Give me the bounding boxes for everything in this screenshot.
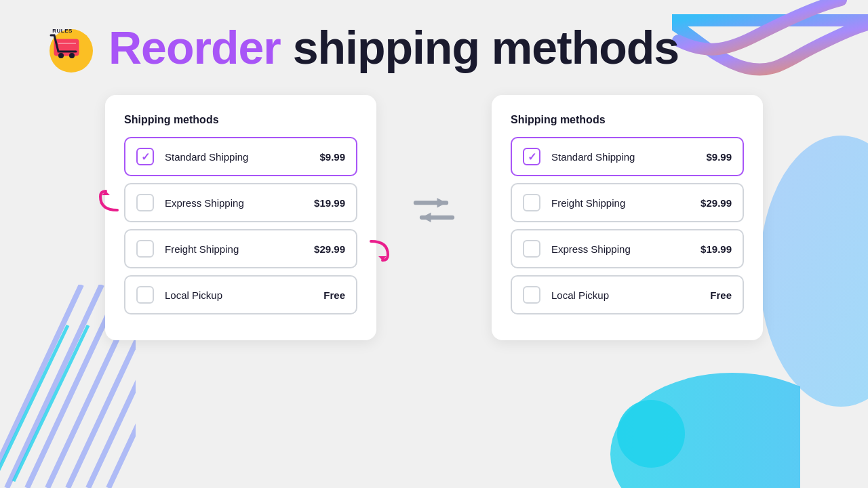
item-price-express-right: $19.99 bbox=[701, 243, 732, 255]
reorder-group-left: Express Shipping $19.99 Freight Shipping… bbox=[124, 183, 357, 268]
logo: RULES bbox=[41, 20, 95, 75]
checkbox-freight-left[interactable] bbox=[136, 240, 154, 258]
item-price-local-left: Free bbox=[323, 289, 345, 301]
checkbox-local-left[interactable] bbox=[136, 286, 154, 304]
item-name-local-left: Local Pickup bbox=[165, 289, 323, 301]
item-price-local-right: Free bbox=[710, 289, 732, 301]
item-name-express-left: Express Shipping bbox=[165, 197, 314, 209]
main-content: Shipping methods Standard Shipping $9.99… bbox=[0, 95, 868, 340]
swap-arrows-icon bbox=[403, 190, 465, 230]
item-price-standard-left: $9.99 bbox=[319, 151, 345, 163]
svg-point-10 bbox=[610, 373, 800, 488]
left-card-title: Shipping methods bbox=[124, 114, 357, 126]
svg-point-16 bbox=[69, 53, 75, 58]
svg-point-15 bbox=[58, 53, 64, 58]
list-item[interactable]: Freight Shipping $29.99 bbox=[124, 229, 357, 268]
item-name-express-right: Express Shipping bbox=[551, 243, 701, 255]
svg-text:RULES: RULES bbox=[52, 28, 73, 34]
item-price-freight-left: $29.99 bbox=[314, 243, 345, 255]
checkbox-express-right[interactable] bbox=[523, 240, 540, 258]
svg-line-9 bbox=[14, 325, 88, 481]
item-name-standard-right: Standard Shipping bbox=[551, 151, 706, 163]
header: RULES Reorder shipping methods bbox=[0, 0, 868, 88]
svg-marker-21 bbox=[422, 213, 431, 222]
item-name-local-right: Local Pickup bbox=[551, 289, 710, 301]
item-name-standard-left: Standard Shipping bbox=[165, 151, 319, 163]
svg-point-11 bbox=[617, 400, 685, 468]
list-item[interactable]: Local Pickup Free bbox=[511, 275, 744, 314]
left-shipping-card: Shipping methods Standard Shipping $9.99… bbox=[105, 95, 376, 340]
item-price-standard-right: $9.99 bbox=[706, 151, 732, 163]
list-item[interactable]: Local Pickup Free bbox=[124, 275, 357, 314]
right-card-title: Shipping methods bbox=[511, 114, 744, 126]
pink-arrow-down bbox=[368, 238, 395, 262]
item-name-freight-right: Freight Shipping bbox=[551, 197, 701, 209]
item-price-freight-right: $29.99 bbox=[701, 197, 732, 209]
list-item[interactable]: Express Shipping $19.99 bbox=[124, 183, 357, 222]
svg-marker-20 bbox=[437, 198, 447, 207]
checkbox-standard-right[interactable] bbox=[523, 148, 540, 165]
item-name-freight-left: Freight Shipping bbox=[165, 243, 314, 255]
list-item[interactable]: Express Shipping $19.99 bbox=[511, 229, 744, 268]
list-item[interactable]: Standard Shipping $9.99 bbox=[124, 137, 357, 176]
right-shipping-card: Shipping methods Standard Shipping $9.99… bbox=[492, 95, 763, 340]
checkbox-freight-right[interactable] bbox=[523, 194, 540, 211]
list-item[interactable]: Standard Shipping $9.99 bbox=[511, 137, 744, 176]
list-item[interactable]: Freight Shipping $29.99 bbox=[511, 183, 744, 222]
checkbox-standard-left[interactable] bbox=[136, 148, 154, 165]
svg-line-8 bbox=[0, 325, 68, 481]
pink-arrow-up bbox=[94, 190, 121, 214]
swap-arrow-container bbox=[403, 190, 465, 230]
item-price-express-left: $19.99 bbox=[314, 197, 345, 209]
checkbox-express-left[interactable] bbox=[136, 194, 154, 211]
checkbox-local-right[interactable] bbox=[523, 286, 540, 304]
page-title: Reorder shipping methods bbox=[108, 24, 679, 70]
bg-blob-bottom bbox=[597, 352, 800, 488]
